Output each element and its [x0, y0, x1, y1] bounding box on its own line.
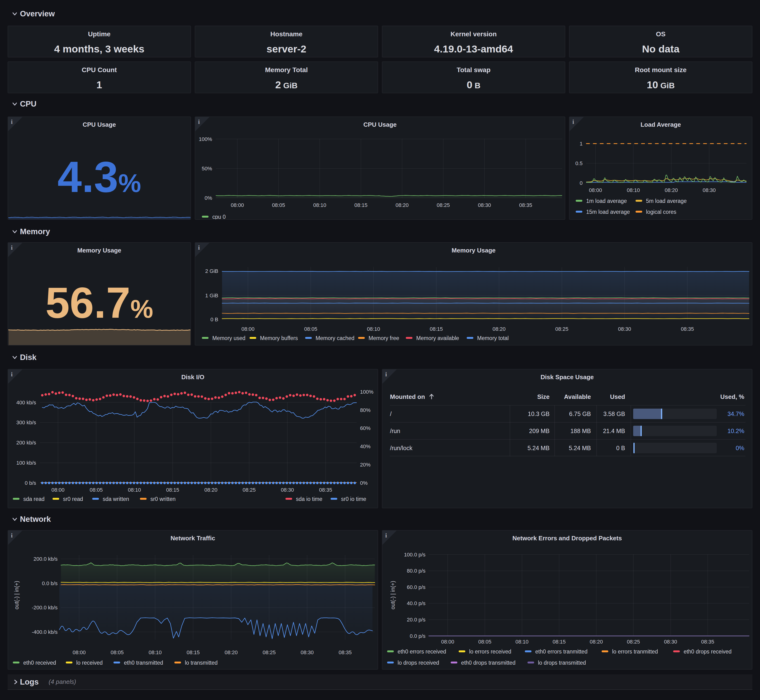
svg-text:/run/lock: /run/lock	[390, 445, 412, 451]
svg-text:0.0 p/s: 0.0 p/s	[410, 633, 425, 639]
svg-text:0: 0	[580, 180, 583, 186]
svg-text:08:05: 08:05	[304, 326, 317, 332]
svg-text:0%: 0%	[736, 445, 744, 451]
svg-text:08:20: 08:20	[225, 650, 238, 655]
svg-text:Mounted on: Mounted on	[390, 393, 425, 400]
svg-text:100%: 100%	[199, 136, 212, 142]
svg-text:08:35: 08:35	[519, 202, 532, 208]
svg-text:08:10: 08:10	[627, 187, 640, 193]
svg-text:08:20: 08:20	[665, 187, 678, 193]
svg-text:08:00: 08:00	[231, 202, 244, 208]
svg-text:08:15: 08:15	[186, 650, 200, 655]
svg-text:-400.0 kb/s: -400.0 kb/s	[32, 629, 58, 635]
svg-text:15m load average: 15m load average	[586, 209, 630, 215]
svg-text:lo drops received: lo drops received	[398, 660, 439, 666]
svg-text:0 B: 0 B	[616, 445, 625, 451]
svg-text:lo errors received: lo errors received	[469, 648, 511, 655]
svg-text:0 B: 0 B	[210, 317, 218, 322]
svg-text:2 GiB: 2 GiB	[205, 268, 218, 274]
svg-text:Memory available: Memory available	[416, 335, 459, 341]
svg-text:cpu 0: cpu 0	[212, 214, 226, 220]
svg-text:08:20: 08:20	[492, 326, 506, 332]
svg-text:5.24 MB: 5.24 MB	[528, 445, 550, 451]
svg-text:08:00: 08:00	[589, 187, 602, 193]
svg-text:08:20: 08:20	[395, 202, 409, 208]
svg-text:400 kb/s: 400 kb/s	[16, 400, 36, 406]
svg-text:08:25: 08:25	[555, 326, 568, 332]
svg-text:60.0 p/s: 60.0 p/s	[407, 584, 425, 590]
svg-text:08:30: 08:30	[664, 639, 677, 645]
svg-text:-200.0 kb/s: -200.0 kb/s	[32, 605, 58, 611]
svg-text:1 GiB: 1 GiB	[205, 292, 218, 298]
svg-text:out(-) | in(+): out(-) | in(+)	[14, 581, 20, 609]
svg-text:Used: Used	[610, 393, 625, 400]
svg-text:Available: Available	[564, 393, 591, 400]
svg-text:08:30: 08:30	[618, 326, 631, 332]
svg-text:08:10: 08:10	[516, 639, 528, 645]
svg-text:08:15: 08:15	[354, 202, 367, 208]
svg-text:50%: 50%	[202, 166, 212, 172]
svg-text:08:05: 08:05	[111, 650, 124, 655]
svg-text:/run: /run	[390, 428, 400, 434]
svg-text:100%: 100%	[360, 389, 373, 395]
svg-text:eth0 transmitted: eth0 transmitted	[124, 660, 163, 666]
svg-text:08:15: 08:15	[429, 326, 443, 332]
svg-text:200.0 kb/s: 200.0 kb/s	[33, 556, 58, 562]
svg-text:08:00: 08:00	[73, 650, 86, 655]
svg-text:sda io time: sda io time	[296, 496, 322, 502]
svg-text:Memory free: Memory free	[368, 335, 399, 341]
svg-text:08:30: 08:30	[281, 487, 294, 493]
svg-text:80.0 p/s: 80.0 p/s	[407, 568, 425, 574]
svg-text:0.5: 0.5	[575, 160, 583, 166]
svg-text:08:30: 08:30	[478, 202, 491, 208]
svg-text:0%: 0%	[360, 480, 368, 486]
svg-text:Size: Size	[537, 393, 550, 400]
svg-text:200 kb/s: 200 kb/s	[16, 440, 36, 445]
svg-text:Memory total: Memory total	[477, 335, 509, 341]
svg-text:08:25: 08:25	[263, 650, 276, 655]
svg-text:eth0 received: eth0 received	[23, 660, 56, 666]
svg-text:20.0 p/s: 20.0 p/s	[407, 617, 425, 623]
svg-text:Used, %: Used, %	[720, 393, 744, 400]
svg-text:out(-) | in(+): out(-) | in(+)	[390, 581, 396, 609]
svg-text:sr0 read: sr0 read	[63, 496, 83, 502]
svg-text:lo transmitted: lo transmitted	[185, 660, 218, 666]
svg-text:08:35: 08:35	[319, 487, 332, 493]
svg-text:34.7%: 34.7%	[727, 411, 744, 417]
svg-text:80%: 80%	[360, 407, 370, 413]
svg-text:08:00: 08:00	[441, 639, 454, 645]
svg-text:08:15: 08:15	[553, 639, 566, 645]
svg-text:08:20: 08:20	[590, 639, 603, 645]
svg-text:08:25: 08:25	[243, 487, 255, 493]
svg-text:eth0 errors tranmitted: eth0 errors tranmitted	[535, 648, 588, 655]
svg-text:1m load average: 1m load average	[586, 198, 627, 204]
svg-text:lo received: lo received	[76, 660, 103, 666]
svg-text:Memory cached: Memory cached	[316, 335, 354, 341]
svg-text:5m load average: 5m load average	[646, 198, 686, 204]
svg-text:08:35: 08:35	[701, 639, 714, 645]
svg-text:20%: 20%	[360, 462, 370, 468]
svg-text:10.2%: 10.2%	[727, 428, 744, 434]
svg-text:188 MB: 188 MB	[570, 428, 591, 434]
svg-text:60%: 60%	[360, 425, 370, 431]
svg-text:08:00: 08:00	[51, 487, 64, 493]
svg-text:08:10: 08:10	[313, 202, 326, 208]
svg-text:6.75 GB: 6.75 GB	[569, 411, 591, 417]
svg-text:lo errors tranmitted: lo errors tranmitted	[612, 648, 658, 655]
svg-text:100 kb/s: 100 kb/s	[16, 460, 36, 466]
svg-text:sr0 written: sr0 written	[150, 496, 176, 502]
svg-text:08:10: 08:10	[367, 326, 380, 332]
svg-text:0.0 b/s: 0.0 b/s	[42, 580, 58, 586]
svg-text:40%: 40%	[360, 444, 370, 449]
svg-text:eth0 drops received: eth0 drops received	[683, 648, 732, 655]
svg-text:sr0 io time: sr0 io time	[341, 496, 366, 502]
svg-text:08:00: 08:00	[241, 326, 254, 332]
svg-text:40.0 p/s: 40.0 p/s	[407, 600, 425, 606]
svg-text:sda read: sda read	[23, 496, 45, 502]
svg-text:logical cores: logical cores	[646, 209, 676, 215]
svg-text:209 MB: 209 MB	[529, 428, 550, 434]
svg-text:08:10: 08:10	[128, 487, 141, 493]
svg-text:1: 1	[580, 141, 583, 147]
svg-text:08:05: 08:05	[272, 202, 285, 208]
svg-text:Memory used: Memory used	[212, 335, 245, 341]
